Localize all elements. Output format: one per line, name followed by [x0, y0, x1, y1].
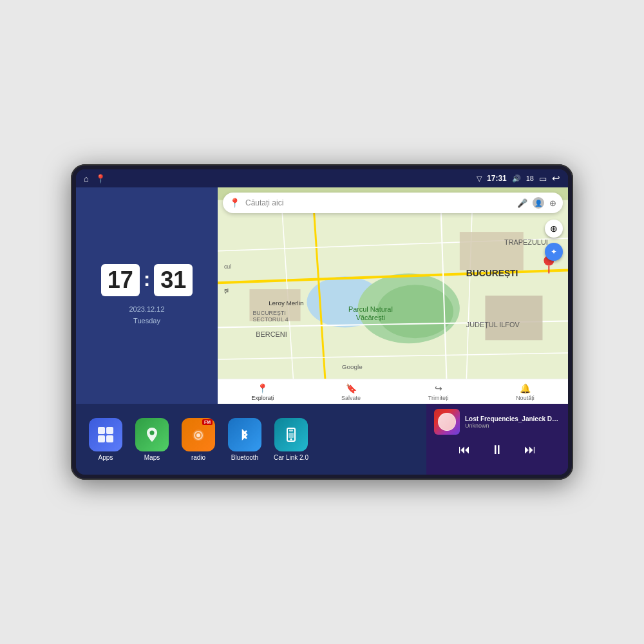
map-nav-share[interactable]: ↪ Trimiteți [428, 383, 449, 401]
share-icon: ↪ [435, 383, 442, 393]
map-search-placeholder[interactable]: Căutați aici [245, 198, 517, 207]
music-player: Lost Frequencies_Janieck Devy-... Unknow… [426, 404, 568, 475]
map-nav-saved[interactable]: 🔖 Salvate [341, 383, 361, 401]
svg-text:BUCUREȘTI: BUCUREȘTI [466, 268, 518, 278]
music-controls: ⏮ ⏸ ⏭ [434, 440, 560, 460]
layers-icon[interactable]: ⊕ [549, 198, 556, 208]
music-prev-button[interactable]: ⏮ [456, 440, 473, 459]
map-nav-explore[interactable]: 📍 Explorați [251, 383, 274, 401]
maps-label: Maps [144, 454, 160, 461]
status-bar: ⌂ 📍 ▽ 17:31 🔊 18 ▭ ↩ [76, 169, 568, 187]
clock-minutes: 31 [154, 264, 193, 296]
app-item-maps[interactable]: Maps [133, 418, 171, 461]
carlink-icon [274, 418, 308, 451]
svg-text:Google: Google [342, 363, 363, 370]
map-nav-news[interactable]: 🔔 Noutăți [516, 383, 535, 401]
svg-rect-29 [98, 427, 105, 434]
device-screen: ⌂ 📍 ▽ 17:31 🔊 18 ▭ ↩ 17 : [76, 169, 568, 475]
svg-text:TRAPEZULUI: TRAPEZULUI [504, 238, 548, 246]
app-item-apps[interactable]: Apps [86, 418, 125, 461]
svg-rect-30 [106, 427, 113, 434]
svg-text:JUDEȚUL ILFOV: JUDEȚUL ILFOV [466, 321, 520, 328]
signal-icon: ▽ [477, 175, 482, 183]
battery-icon: ▭ [539, 174, 547, 184]
music-title: Lost Frequencies_Janieck Devy-... [465, 415, 560, 422]
clock-widget: 17 : 31 2023.12.12 Tuesday [76, 187, 218, 404]
status-right: ▽ 17:31 🔊 18 ▭ ↩ [477, 173, 560, 184]
svg-rect-32 [106, 435, 113, 442]
car-head-unit: ⌂ 📍 ▽ 17:31 🔊 18 ▭ ↩ 17 : [71, 164, 573, 480]
svg-text:și: și [224, 287, 229, 294]
radio-icon: FM [182, 418, 215, 451]
music-artist: Unknown [465, 422, 560, 429]
svg-rect-38 [289, 430, 293, 431]
svg-rect-31 [98, 435, 105, 442]
clock-separator: : [144, 267, 151, 291]
volume-icon: 🔊 [512, 175, 521, 183]
map-nav-share-label: Trimiteți [428, 395, 449, 401]
svg-text:BERCENI: BERCENI [256, 330, 287, 338]
explore-icon: 📍 [257, 383, 268, 393]
battery-level: 18 [526, 175, 534, 182]
home-icon[interactable]: ⌂ [84, 174, 89, 184]
map-search-actions: 🎤 👤 ⊕ [517, 197, 556, 209]
carlink-label: Car Link 2.0 [274, 454, 308, 461]
music-info-row: Lost Frequencies_Janieck Devy-... Unknow… [434, 409, 560, 435]
compass-icon: ✦ [551, 247, 557, 256]
svg-rect-14 [485, 296, 542, 340]
svg-text:Parcul Natural: Parcul Natural [348, 305, 393, 313]
music-next-button[interactable]: ⏭ [522, 440, 538, 459]
map-widget[interactable]: BUCUREȘTI JUDEȚUL ILFOV BERCENI TRAPEZUL… [218, 187, 568, 404]
app-item-radio[interactable]: FM radio [179, 418, 218, 461]
apps-icon [89, 418, 122, 451]
album-art-image [434, 409, 460, 435]
top-section: 17 : 31 2023.12.12 Tuesday [76, 187, 568, 404]
app-item-bluetooth[interactable]: Bluetooth [225, 418, 264, 461]
svg-point-40 [290, 438, 292, 440]
album-face-graphic [438, 413, 456, 431]
location-pin-icon[interactable]: 📍 [95, 174, 106, 184]
back-icon[interactable]: ↩ [552, 173, 560, 184]
album-art [434, 409, 460, 435]
apps-label: Apps [99, 454, 113, 461]
svg-text:Leroy Merlin: Leroy Merlin [269, 299, 303, 307]
music-play-pause-button[interactable]: ⏸ [488, 440, 506, 460]
svg-rect-39 [289, 433, 294, 438]
map-nav-news-label: Noutăți [516, 395, 535, 401]
clock-hours: 17 [101, 264, 140, 296]
bluetooth-label: Bluetooth [231, 454, 258, 461]
music-text-info: Lost Frequencies_Janieck Devy-... Unknow… [465, 415, 560, 429]
svg-text:Văcărești: Văcărești [356, 314, 385, 321]
bookmark-icon: 🔖 [346, 383, 357, 393]
svg-text:cul: cul [224, 263, 231, 270]
map-compass-button[interactable]: ✦ [545, 243, 563, 261]
app-item-carlink[interactable]: Car Link 2.0 [272, 418, 310, 461]
status-left: ⌂ 📍 [84, 174, 106, 184]
radio-label: radio [191, 454, 205, 461]
map-pin-icon: 📍 [229, 198, 240, 208]
svg-text:BUCUREȘTI: BUCUREȘTI [252, 310, 285, 316]
map-bottom-bar: 📍 Explorați 🔖 Salvate ↪ Trimiteți 🔔 [218, 379, 568, 404]
map-location-button[interactable]: ⊕ [545, 220, 563, 238]
map-nav-saved-label: Salvate [341, 395, 361, 401]
main-content: 17 : 31 2023.12.12 Tuesday [76, 187, 568, 475]
svg-point-36 [196, 433, 200, 437]
maps-icon [135, 418, 169, 451]
crosshair-icon: ⊕ [550, 223, 558, 234]
voice-search-icon[interactable]: 🎤 [517, 198, 527, 208]
svg-text:SECTORUL 4: SECTORUL 4 [252, 316, 288, 323]
map-nav-explore-label: Explorați [251, 395, 274, 401]
clock-display: 17 : 31 [101, 264, 193, 296]
svg-point-33 [150, 430, 155, 435]
clock-date: 2023.12.12 Tuesday [129, 304, 164, 327]
apps-grid: Apps Maps [76, 404, 426, 475]
bell-icon: 🔔 [520, 383, 531, 393]
bottom-section: Apps Maps [76, 404, 568, 475]
bluetooth-icon [228, 418, 261, 451]
status-time: 17:31 [487, 174, 507, 183]
account-icon[interactable]: 👤 [533, 197, 544, 209]
map-search-bar[interactable]: 📍 Căutați aici 🎤 👤 ⊕ [223, 193, 563, 213]
